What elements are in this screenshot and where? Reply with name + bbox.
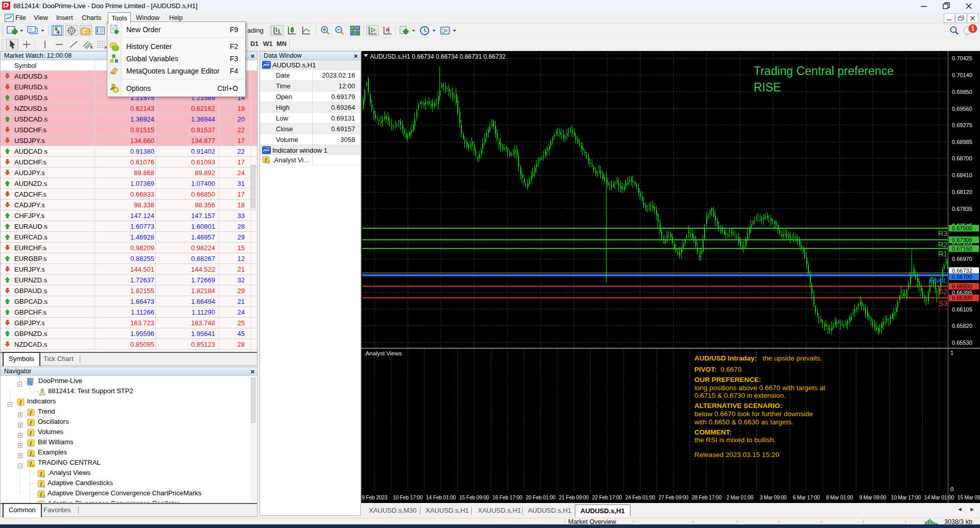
svg-text:21 Feb 09:00: 21 Feb 09:00: [559, 495, 589, 500]
svg-text:OUR PREFERENCE:: OUR PREFERENCE:: [694, 376, 761, 383]
svg-text:E: E: [90, 45, 93, 49]
svg-text:14 Mar 01:00: 14 Mar 01:00: [924, 495, 954, 500]
svg-text:Trading Central preference: Trading Central preference: [754, 64, 894, 78]
svg-text:COMMENT:: COMMENT:: [694, 428, 732, 436]
svg-text:22 Feb 17:00: 22 Feb 17:00: [592, 495, 622, 500]
svg-text:14 Feb 01:00: 14 Feb 01:00: [426, 495, 456, 500]
svg-text:long positions above 0.6670 wi: long positions above 0.6670 with targets…: [694, 384, 825, 392]
svg-text:0.69560: 0.69560: [952, 106, 972, 112]
svg-text:0.66500: 0.66500: [952, 283, 972, 290]
svg-text:8 Mar 01:00: 8 Mar 01:00: [826, 495, 853, 500]
svg-text:9 Feb 2023: 9 Feb 2023: [362, 495, 388, 500]
svg-text:0.65530: 0.65530: [952, 340, 972, 346]
svg-text:0.70425: 0.70425: [952, 55, 972, 61]
svg-text:9 Mar 09:00: 9 Mar 09:00: [859, 495, 886, 500]
svg-text:16 Feb 17:00: 16 Feb 17:00: [493, 495, 523, 500]
svg-text:0.70140: 0.70140: [952, 72, 972, 78]
svg-text:0.67150: 0.67150: [952, 246, 972, 252]
svg-text:24 Feb 01:00: 24 Feb 01:00: [625, 495, 656, 500]
svg-text:2 Mar 01:00: 2 Mar 01:00: [727, 495, 754, 500]
svg-text:0.69850: 0.69850: [952, 89, 972, 95]
svg-text:0.66300: 0.66300: [952, 295, 972, 301]
svg-text:6 Mar 17:00: 6 Mar 17:00: [793, 495, 820, 500]
svg-text:27 Feb 09:00: 27 Feb 09:00: [659, 495, 689, 500]
svg-text:PIVOT: 0.6670: PIVOT: 0.6670: [694, 366, 741, 373]
svg-text:0.69275: 0.69275: [952, 122, 972, 128]
svg-text:R1: R1: [938, 250, 947, 258]
svg-text:0.66700: 0.66700: [952, 274, 972, 280]
svg-text:AUD/USD Intraday: the upside: AUD/USD Intraday: the upside prevails.: [694, 354, 822, 362]
svg-text:0.67300: 0.67300: [952, 237, 972, 243]
svg-text:15 Feb 09:00: 15 Feb 09:00: [459, 495, 489, 500]
svg-text:.Analyst Views: .Analyst Views: [364, 350, 402, 356]
svg-text:0.66732: 0.66732: [952, 268, 972, 274]
svg-text:0.66105: 0.66105: [952, 306, 972, 313]
svg-text:0.66970: 0.66970: [952, 256, 972, 262]
svg-text:28 Feb 17:00: 28 Feb 17:00: [692, 495, 722, 500]
svg-text:0.68700: 0.68700: [952, 155, 972, 161]
svg-text:0: 0: [950, 486, 953, 492]
svg-text:20 Feb 01:00: 20 Feb 01:00: [526, 495, 556, 500]
svg-text:R3: R3: [938, 229, 947, 237]
svg-text:0.68410: 0.68410: [952, 172, 972, 178]
svg-text:S3: S3: [939, 299, 947, 307]
svg-text:with 0.6650 & 0.6630 as target: with 0.6650 & 0.6630 as targets.: [694, 418, 794, 426]
svg-text:below 0.6670 look for further: below 0.6670 look for further downside: [694, 410, 813, 418]
svg-text:0.68985: 0.68985: [952, 139, 972, 145]
svg-text:0.67835: 0.67835: [952, 206, 972, 212]
svg-text:0.6715 & 0.6730 in extension.: 0.6715 & 0.6730 in extension.: [694, 392, 786, 399]
svg-text:AUDUSD.s,H1 0.66734 0.66734 0: AUDUSD.s,H1 0.66734 0.66734 0.66731 0.66…: [370, 53, 506, 60]
svg-text:Released 2023.03.15 15:20: Released 2023.03.15 15:20: [694, 451, 779, 459]
svg-text:10 Feb 17:00: 10 Feb 17:00: [393, 495, 423, 500]
svg-text:RISE: RISE: [754, 81, 781, 94]
svg-text:ALTERNATIVE SCENARIO:: ALTERNATIVE SCENARIO:: [694, 402, 782, 410]
svg-text:0.68120: 0.68120: [952, 189, 972, 195]
svg-text:the RSI is mixed to bullish.: the RSI is mixed to bullish.: [694, 436, 776, 444]
svg-text:R2: R2: [938, 241, 947, 249]
svg-text:0.65820: 0.65820: [952, 323, 972, 329]
svg-text:15 Mar 09:00: 15 Mar 09:00: [958, 495, 980, 500]
svg-text:S2: S2: [939, 287, 947, 296]
svg-text:1: 1: [971, 25, 975, 32]
svg-text:Pivot:: Pivot:: [929, 276, 947, 284]
svg-text:0.67500: 0.67500: [952, 225, 972, 231]
svg-text:1: 1: [950, 350, 953, 356]
svg-text:3 Mar 09:00: 3 Mar 09:00: [760, 495, 787, 500]
svg-text:10 Mar 17:00: 10 Mar 17:00: [891, 495, 921, 500]
